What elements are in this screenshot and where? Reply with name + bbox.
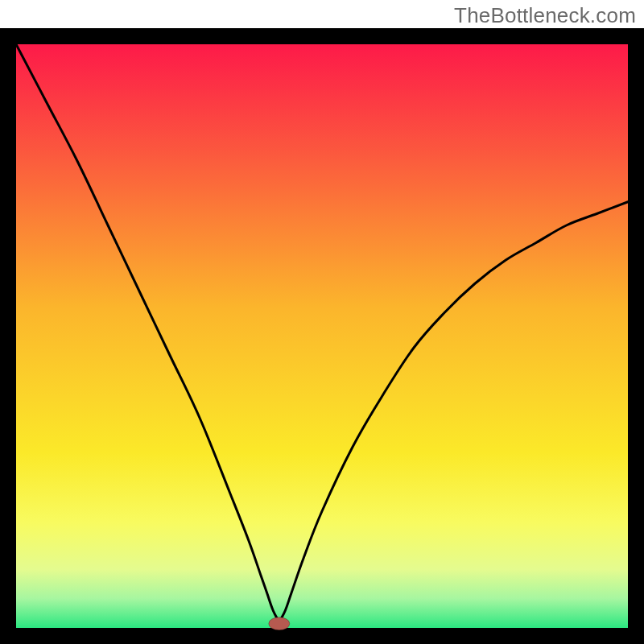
bottleneck-chart: TheBottleneck.com <box>0 0 644 644</box>
minimum-marker <box>269 617 290 630</box>
svg-rect-2 <box>16 44 628 628</box>
watermark-label: TheBottleneck.com <box>454 3 636 28</box>
chart-canvas <box>0 0 644 644</box>
